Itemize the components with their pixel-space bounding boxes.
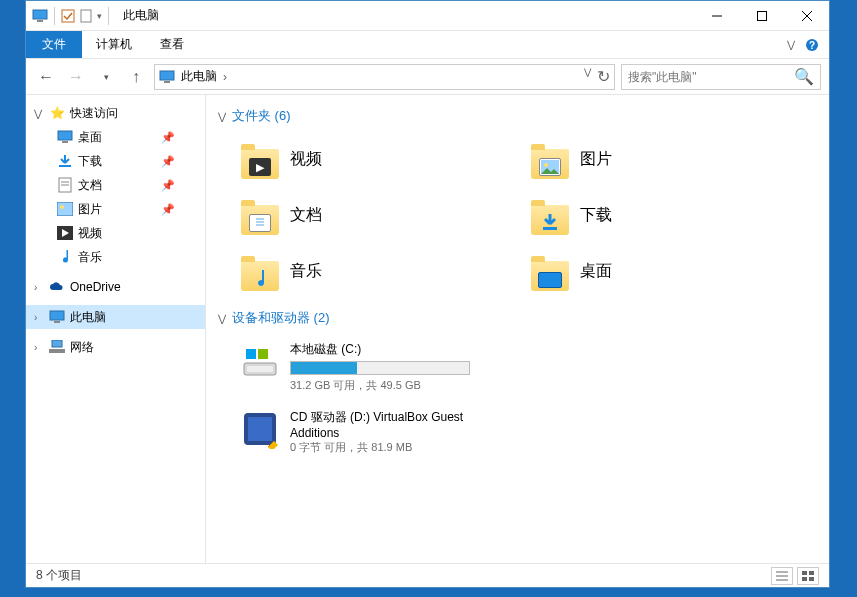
svg-rect-33: [246, 349, 256, 359]
collapse-icon[interactable]: ⋁: [218, 313, 226, 324]
sidebar-item-desktop[interactable]: 桌面📌: [48, 125, 205, 149]
details-view-button[interactable]: [771, 567, 793, 585]
folder-download[interactable]: 下载: [526, 191, 776, 239]
svg-rect-32: [247, 366, 273, 372]
pin-icon: 📌: [161, 155, 175, 168]
refresh-icon[interactable]: ↻: [597, 67, 610, 86]
svg-rect-12: [58, 131, 72, 140]
folder-icon: [240, 195, 280, 235]
this-pc-icon: [159, 69, 175, 85]
titlebar: ▾ 此电脑: [26, 1, 829, 31]
this-pc-icon: [32, 8, 48, 24]
group-title: 设备和驱动器 (2): [232, 309, 330, 327]
pin-icon: 📌: [161, 179, 175, 192]
drive-label: CD 驱动器 (D:) VirtualBox Guest Additions: [290, 409, 512, 440]
content-pane: ⋁ 文件夹 (6) ▶视频图片文档下载音乐桌面 ⋁ 设备和驱动器 (2) 本地磁…: [206, 95, 829, 563]
window-controls: [694, 1, 829, 31]
tree-label: 音乐: [78, 249, 102, 266]
expand-ribbon-icon[interactable]: ⋁: [787, 39, 795, 50]
devices-group-header[interactable]: ⋁ 设备和驱动器 (2): [218, 309, 817, 327]
breadcrumb-separator[interactable]: ›: [223, 70, 227, 84]
ribbon-tabs: 文件 计算机 查看 ⋁ ?: [26, 31, 829, 59]
this-pc-node[interactable]: › 此电脑: [26, 305, 205, 329]
address-bar-row: ← → ▾ ↑ 此电脑 › ⋁ ↻ 🔍: [26, 59, 829, 95]
folder-icon: ▶: [240, 139, 280, 179]
drive-label: 本地磁盘 (C:): [290, 341, 512, 358]
properties-icon[interactable]: [79, 9, 93, 23]
folder-label: 视频: [290, 149, 322, 170]
folder-picture[interactable]: 图片: [526, 135, 776, 183]
up-button[interactable]: ↑: [124, 65, 148, 89]
recent-locations-icon[interactable]: ▾: [94, 65, 118, 89]
folder-music[interactable]: 音乐: [236, 247, 486, 295]
quick-access-toolbar: ▾: [26, 7, 117, 25]
svg-rect-13: [62, 141, 68, 143]
collapse-icon[interactable]: ⋁: [218, 111, 226, 122]
expand-icon[interactable]: ›: [34, 312, 44, 323]
tree-label: 视频: [78, 225, 102, 242]
tree-label: OneDrive: [70, 280, 121, 294]
folder-label: 图片: [580, 149, 612, 170]
address-dropdown-icon[interactable]: ⋁: [584, 67, 591, 86]
back-button[interactable]: ←: [34, 65, 58, 89]
breadcrumb-segment[interactable]: 此电脑: [181, 68, 217, 85]
folder-icon: [530, 195, 570, 235]
pin-icon: 📌: [161, 203, 175, 216]
svg-rect-18: [57, 202, 73, 216]
view-tab[interactable]: 查看: [146, 31, 198, 58]
search-input[interactable]: [628, 70, 794, 84]
maximize-button[interactable]: [739, 1, 784, 31]
address-bar[interactable]: 此电脑 › ⋁ ↻: [154, 64, 615, 90]
folder-icon: [530, 251, 570, 291]
expand-icon[interactable]: ›: [34, 282, 44, 293]
search-icon[interactable]: 🔍: [794, 67, 814, 86]
svg-rect-3: [81, 10, 91, 22]
sidebar-item-music[interactable]: 音乐: [48, 245, 205, 269]
folder-desktop[interactable]: 桌面: [526, 247, 776, 295]
large-icons-view-button[interactable]: [797, 567, 819, 585]
tree-label: 此电脑: [70, 309, 106, 326]
video-icon: [56, 224, 74, 242]
collapse-icon[interactable]: ⋁: [34, 108, 44, 119]
drive-subtext: 0 字节 可用，共 81.9 MB: [290, 440, 512, 455]
drive-item[interactable]: 本地磁盘 (C:)31.2 GB 可用，共 49.5 GB: [236, 337, 516, 397]
folder-video[interactable]: ▶视频: [236, 135, 486, 183]
sidebar-item-picture[interactable]: 图片📌: [48, 197, 205, 221]
onedrive-node[interactable]: › OneDrive: [26, 275, 205, 299]
dropdown-icon[interactable]: ▾: [97, 11, 102, 21]
folders-group-header[interactable]: ⋁ 文件夹 (6): [218, 107, 817, 125]
checkbox-icon[interactable]: [61, 9, 75, 23]
forward-button[interactable]: →: [64, 65, 88, 89]
svg-rect-10: [160, 71, 174, 80]
svg-rect-2: [62, 10, 74, 22]
quick-access-node[interactable]: ⋁ ⭐ 快速访问: [26, 101, 205, 125]
svg-rect-42: [802, 577, 807, 581]
this-pc-icon: [48, 308, 66, 326]
tree-label: 桌面: [78, 129, 102, 146]
window-title: 此电脑: [123, 7, 694, 24]
folder-icon: [240, 251, 280, 291]
svg-rect-41: [809, 571, 814, 575]
network-node[interactable]: › 网络: [26, 335, 205, 359]
file-tab[interactable]: 文件: [26, 31, 82, 58]
expand-icon[interactable]: ›: [34, 342, 44, 353]
tree-label: 下载: [78, 153, 102, 170]
cd-icon: [240, 409, 280, 449]
body: ⋁ ⭐ 快速访问 桌面📌下载📌文档📌图片📌视频音乐 › OneDrive › 此…: [26, 95, 829, 563]
sidebar-item-document[interactable]: 文档📌: [48, 173, 205, 197]
folder-label: 音乐: [290, 261, 322, 282]
tree-label: 网络: [70, 339, 94, 356]
folder-document[interactable]: 文档: [236, 191, 486, 239]
separator: [108, 7, 109, 25]
sidebar-item-video[interactable]: 视频: [48, 221, 205, 245]
sidebar-item-download[interactable]: 下载📌: [48, 149, 205, 173]
computer-tab[interactable]: 计算机: [82, 31, 146, 58]
close-button[interactable]: [784, 1, 829, 31]
tree-label: 图片: [78, 201, 102, 218]
drive-item[interactable]: CD 驱动器 (D:) VirtualBox Guest Additions0 …: [236, 405, 516, 459]
help-icon[interactable]: ?: [805, 38, 819, 52]
minimize-button[interactable]: [694, 1, 739, 31]
item-count: 8 个项目: [36, 567, 82, 584]
music-icon: [56, 248, 74, 266]
search-box[interactable]: 🔍: [621, 64, 821, 90]
